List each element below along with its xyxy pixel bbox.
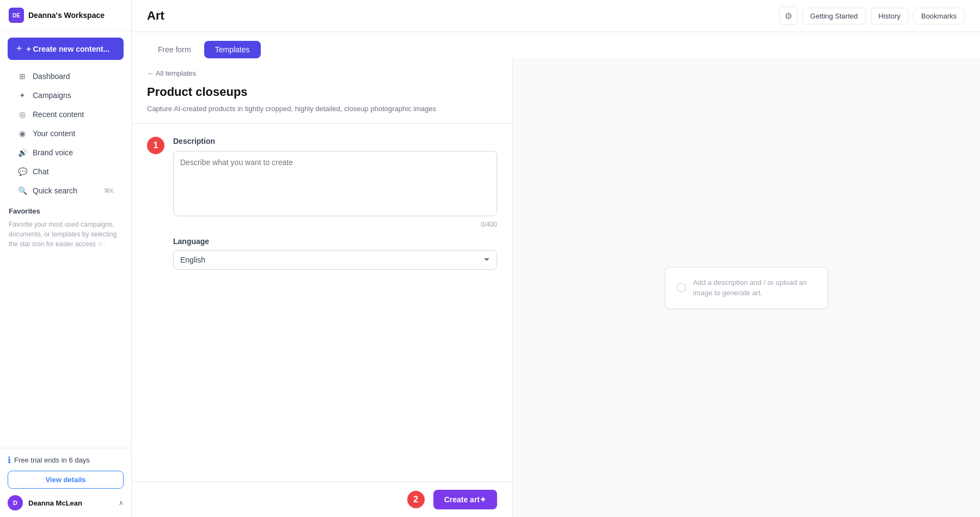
step-1-badge: 1	[147, 137, 164, 154]
search-icon: 🔍	[17, 186, 27, 196]
template-header: ← All templates Product closeups Capture…	[132, 58, 512, 124]
topbar-actions: ⚙ Getting Started History Bookmarks	[779, 7, 965, 25]
sidebar-bottom: ℹ Free trial ends in 6 days View details…	[0, 448, 131, 517]
workspace-name: Deanna's Workspace	[28, 11, 105, 20]
sidebar-item-brand-voice[interactable]: 🔊 Brand voice	[9, 143, 122, 162]
right-panel: ⬡ Add a description and / or upload an i…	[513, 58, 980, 517]
dashboard-icon: ⊞	[17, 71, 27, 81]
chevron-up-icon: ∧	[119, 499, 124, 507]
form-section: 1 Description 0/400 Language English Spa…	[132, 124, 512, 283]
favorites-title: Favorites	[9, 207, 122, 215]
sidebar-item-campaigns[interactable]: ✦ Campaigns	[9, 86, 122, 105]
nav-section: ⊞ Dashboard ✦ Campaigns ◎ Recent content…	[0, 66, 131, 200]
page-title: Art	[147, 9, 164, 23]
sidebar-item-chat[interactable]: 💬 Chat	[9, 162, 122, 181]
sidebar-item-recent-content[interactable]: ◎ Recent content	[9, 105, 122, 124]
back-to-templates-link[interactable]: ← All templates	[147, 69, 497, 77]
campaigns-icon: ✦	[17, 90, 27, 100]
language-select[interactable]: English Spanish French German Italian Po…	[173, 250, 497, 270]
history-button[interactable]: History	[871, 8, 909, 25]
art-hint-card: ⬡ Add a description and / or upload an i…	[665, 267, 828, 309]
user-avatar: D	[8, 495, 23, 510]
art-hint-icon: ⬡	[676, 281, 687, 295]
template-description: Capture AI-created products in tightly c…	[147, 104, 497, 114]
tab-templates[interactable]: Templates	[204, 41, 261, 58]
favorites-description: Favorite your most used campaigns, docum…	[9, 220, 122, 249]
sidebar-item-quick-search[interactable]: 🔍 Quick search ⌘K	[9, 181, 122, 200]
favorites-section: Favorites Favorite your most used campai…	[0, 200, 131, 448]
sidebar-item-dashboard[interactable]: ⊞ Dashboard	[9, 67, 122, 86]
step-2-badge: 2	[407, 491, 425, 508]
description-label: Description	[173, 137, 497, 145]
gear-icon: ⚙	[785, 11, 792, 21]
content-area: ← All templates Product closeups Capture…	[132, 58, 980, 517]
description-textarea[interactable]	[173, 151, 497, 216]
tabs-bar: Free form Templates	[132, 32, 980, 58]
bottom-bar: 2 Create art✦	[132, 482, 512, 517]
sidebar: DE Deanna's Workspace + + Create new con…	[0, 0, 132, 517]
create-new-content-button[interactable]: + + Create new content...	[8, 38, 124, 60]
sidebar-item-your-content[interactable]: ◉ Your content	[9, 124, 122, 143]
main-content: Art ⚙ Getting Started History Bookmarks …	[132, 0, 980, 517]
trial-notice: ℹ Free trial ends in 6 days	[8, 455, 124, 465]
language-label: Language	[173, 237, 497, 246]
template-title: Product closeups	[147, 85, 497, 99]
quick-search-shortcut: ⌘K	[104, 187, 114, 194]
plus-icon: +	[16, 43, 22, 54]
bookmarks-button[interactable]: Bookmarks	[913, 8, 965, 25]
user-row[interactable]: D Deanna McLean ∧	[8, 495, 124, 510]
view-details-button[interactable]: View details	[8, 471, 124, 489]
settings-button[interactable]: ⚙	[779, 7, 798, 25]
art-hint-text: Add a description and / or upload an ima…	[693, 277, 817, 299]
tab-free-form[interactable]: Free form	[147, 41, 202, 58]
chat-icon: 💬	[17, 167, 27, 177]
recent-content-icon: ◎	[17, 110, 27, 119]
getting-started-button[interactable]: Getting Started	[802, 8, 866, 25]
sidebar-header: DE Deanna's Workspace	[0, 0, 131, 31]
user-name: Deanna McLean	[28, 499, 113, 507]
topbar: Art ⚙ Getting Started History Bookmarks	[132, 0, 980, 32]
brand-voice-icon: 🔊	[17, 148, 27, 157]
your-content-icon: ◉	[17, 129, 27, 138]
char-count: 0/400	[173, 221, 497, 228]
left-panel: ← All templates Product closeups Capture…	[132, 58, 513, 517]
workspace-avatar: DE	[9, 8, 24, 23]
trial-icon: ℹ	[8, 455, 11, 465]
create-art-button[interactable]: Create art✦	[433, 490, 497, 509]
